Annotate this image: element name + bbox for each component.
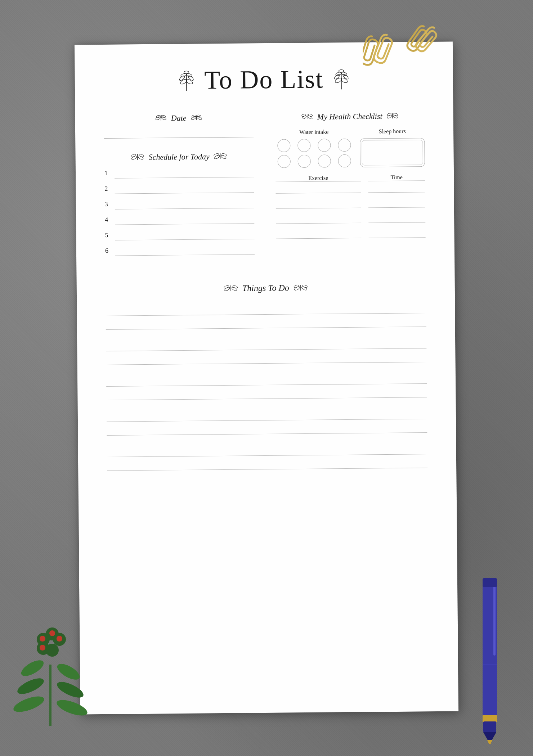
svg-point-8	[57, 636, 62, 642]
schedule-item-5: 5	[105, 230, 254, 240]
water-circle-2[interactable]	[297, 139, 310, 152]
exercise-header-row: Exercise Time	[276, 174, 425, 182]
exercise-field-1[interactable]	[276, 184, 361, 194]
svg-point-14	[12, 693, 46, 715]
left-column: Date	[104, 113, 255, 267]
svg-point-69	[393, 113, 398, 116]
schedule-item-1: 1	[104, 168, 254, 179]
svg-point-62	[307, 115, 313, 120]
schedule-line-2[interactable]	[115, 184, 254, 194]
things-line-3b[interactable]	[106, 387, 427, 400]
things-line-1a[interactable]	[106, 302, 426, 316]
things-line-4b[interactable]	[107, 422, 427, 436]
svg-rect-18	[483, 578, 497, 587]
schedule-number-3: 3	[105, 201, 111, 210]
water-circle-6[interactable]	[297, 155, 310, 168]
date-field[interactable]	[104, 126, 254, 139]
things-line-1b[interactable]	[106, 316, 426, 330]
things-section: Things To Do	[106, 282, 428, 482]
exercise-row-2	[276, 199, 425, 209]
time-field-4[interactable]	[368, 229, 425, 238]
page-title: To Do List	[204, 64, 324, 95]
svg-point-56	[214, 154, 220, 159]
time-field-1[interactable]	[368, 184, 425, 193]
svg-point-48	[192, 114, 196, 118]
water-circle-8[interactable]	[338, 154, 351, 167]
plant-decoration	[11, 611, 90, 727]
svg-point-76	[294, 286, 300, 291]
svg-point-6	[40, 636, 45, 642]
svg-point-63	[301, 113, 306, 117]
things-line-2a[interactable]	[106, 338, 426, 351]
svg-rect-19	[483, 715, 497, 722]
schedule-number-6: 6	[105, 247, 111, 256]
sleep-col: Sleep hours	[360, 128, 425, 167]
sleep-box[interactable]	[360, 138, 425, 167]
time-col-label: Time	[390, 174, 402, 182]
things-label: Things To Do	[242, 283, 289, 293]
time-label-col: Time	[368, 174, 425, 181]
things-lines	[106, 302, 427, 482]
schedule-number-5: 5	[105, 231, 111, 240]
things-line-3a[interactable]	[106, 373, 427, 387]
water-sleep-row: Water intake Sleep h	[275, 128, 425, 168]
svg-point-58	[214, 153, 219, 157]
things-line-5b[interactable]	[107, 457, 427, 471]
title-leaf-left	[175, 67, 197, 94]
health-leaf-left	[300, 113, 314, 121]
svg-marker-22	[487, 740, 492, 744]
svg-point-52	[138, 155, 144, 160]
exercise-field-2[interactable]	[276, 199, 361, 209]
svg-point-68	[387, 113, 391, 116]
date-label: Date	[171, 113, 187, 123]
schedule-header: Schedule for Today	[104, 152, 254, 162]
water-circle-5[interactable]	[278, 155, 291, 168]
exercise-field-4[interactable]	[276, 230, 361, 239]
exercise-row-3	[276, 214, 425, 224]
schedule-item-4: 4	[105, 215, 254, 225]
svg-point-15	[55, 697, 89, 719]
time-field-2[interactable]	[368, 199, 425, 208]
schedule-line-5[interactable]	[115, 230, 254, 240]
schedule-line-1[interactable]	[115, 168, 254, 178]
svg-point-78	[294, 284, 299, 288]
pen-decoration	[475, 557, 504, 745]
svg-rect-23	[483, 665, 497, 665]
water-circle-4[interactable]	[338, 139, 351, 152]
water-circle-3[interactable]	[318, 139, 331, 152]
schedule-line-6[interactable]	[115, 246, 255, 256]
health-section: My Health Checklist Water	[275, 111, 426, 239]
exercise-field-3[interactable]	[276, 215, 361, 224]
things-line-4a[interactable]	[107, 408, 427, 422]
svg-point-43	[156, 115, 161, 118]
schedule-number-2: 2	[104, 185, 110, 194]
svg-point-53	[131, 154, 136, 157]
time-field-3[interactable]	[368, 214, 425, 223]
things-line-2b[interactable]	[106, 351, 426, 365]
exercise-col-label: Exercise	[308, 175, 328, 182]
svg-rect-20	[483, 721, 496, 732]
things-line-pair-1	[106, 302, 426, 330]
exercise-section: Exercise Time	[276, 174, 426, 239]
water-circle-7[interactable]	[318, 154, 331, 167]
svg-point-13	[55, 679, 85, 701]
water-col: Water intake	[275, 129, 353, 168]
things-leaf-right	[292, 283, 309, 292]
svg-point-57	[220, 154, 227, 159]
svg-point-11	[55, 661, 82, 683]
svg-point-79	[302, 284, 308, 288]
schedule-line-3[interactable]	[115, 199, 254, 209]
title-leaf-right	[331, 66, 353, 93]
svg-point-59	[221, 153, 227, 157]
svg-point-71	[224, 287, 230, 292]
things-line-pair-2	[106, 338, 427, 365]
schedule-line-4[interactable]	[115, 215, 254, 225]
water-circle-1[interactable]	[277, 139, 290, 152]
svg-point-74	[232, 285, 238, 288]
schedule-number-1: 1	[104, 170, 110, 179]
svg-point-51	[131, 155, 137, 160]
svg-point-72	[231, 286, 237, 291]
exercise-row-4	[276, 229, 425, 239]
things-line-5a[interactable]	[107, 444, 427, 457]
svg-point-77	[301, 286, 307, 291]
